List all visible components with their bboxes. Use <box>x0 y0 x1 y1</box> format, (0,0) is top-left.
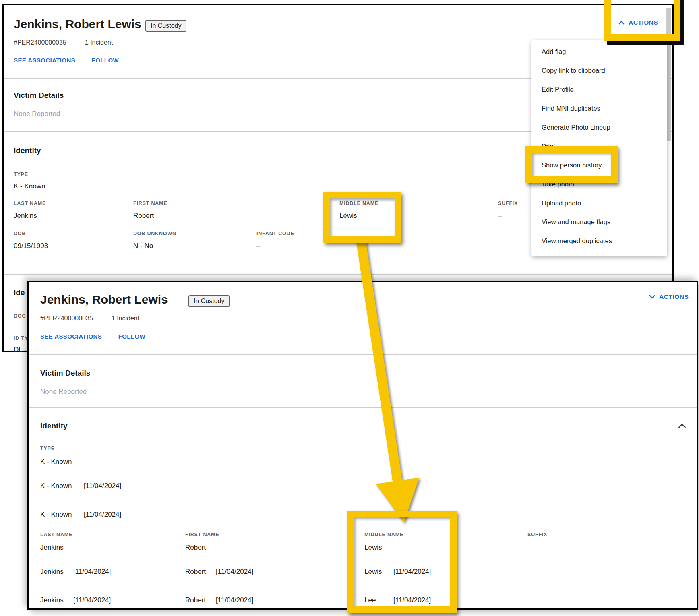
history-date: [11/04/2024] <box>216 568 253 576</box>
type-history-row: K - Known [11/04/2024] <box>40 482 121 490</box>
last-name-label: LAST NAME <box>14 201 46 206</box>
menu-item-add-flag[interactable]: Add flag <box>531 42 667 61</box>
identity-heading: Identity <box>40 422 68 430</box>
record-id: #PER2400000035 <box>40 315 93 322</box>
victim-details-empty: None Reported <box>40 388 87 396</box>
infant-code-label: INFANT CODE <box>256 231 294 236</box>
annotation-box-show-person-history <box>525 146 618 183</box>
last-name-value: Jenkins <box>14 212 37 220</box>
last-name-history-row: Jenkins [11/04/2024] <box>40 596 111 604</box>
see-associations-link[interactable]: SEE ASSOCIATIONS <box>14 57 75 64</box>
menu-item-generate-photo-lineup[interactable]: Generate Photo Lineup <box>531 118 667 137</box>
infant-code-value: – <box>256 242 260 250</box>
annotation-box-middle-name-top <box>323 192 401 243</box>
history-date: [11/04/2024] <box>84 511 121 519</box>
divider <box>29 407 697 408</box>
menu-item-find-mni-duplicates[interactable]: Find MNI duplicates <box>531 99 667 118</box>
first-name-history-row: Robert [11/04/2024] <box>185 596 253 604</box>
history-date: [11/04/2024] <box>73 568 111 576</box>
suffix-value: – <box>498 212 502 220</box>
type-value: K - Known <box>14 182 45 190</box>
identity-heading: Identity <box>14 146 41 155</box>
incident-count: 1 Incident <box>85 39 113 46</box>
first-name-value: Robert <box>133 212 154 220</box>
divider <box>29 354 697 355</box>
incident-count: 1 Incident <box>112 315 139 322</box>
actions-button-label: ACTIONS <box>659 293 689 300</box>
menu-item-view-merged-duplicates[interactable]: View merged duplicates <box>531 232 667 250</box>
type-label: TYPE <box>40 446 55 451</box>
header-links: SEE ASSOCIATIONS FOLLOW <box>14 57 119 64</box>
first-name-label: FIRST NAME <box>185 532 219 537</box>
collapse-section-chevron-up-icon[interactable] <box>678 422 686 430</box>
page-title: Jenkins, Robert Lewis <box>14 17 141 31</box>
type-value: K - Known <box>40 458 72 466</box>
last-name-history-row: Jenkins [11/04/2024] <box>40 568 111 576</box>
identification-heading-clipped: Ide <box>14 288 25 297</box>
follow-link[interactable]: FOLLOW <box>92 57 119 64</box>
document-label-clipped: DOC <box>14 313 26 319</box>
menu-item-edit-profile[interactable]: Edit Profile <box>531 80 667 99</box>
dob-unknown-label: DOB UNKNOWN <box>133 231 176 236</box>
suffix-label: SUFFIX <box>498 201 518 206</box>
victim-details-empty: None Reported <box>14 110 60 118</box>
follow-link[interactable]: FOLLOW <box>118 333 145 340</box>
suffix-value: – <box>527 544 531 552</box>
menu-item-copy-link[interactable]: Copy link to clipboard <box>531 61 667 80</box>
record-id: #PER2400000035 <box>14 39 66 46</box>
first-name-label: FIRST NAME <box>133 201 167 206</box>
history-date: [11/04/2024] <box>73 596 111 604</box>
in-custody-badge: In Custody <box>188 295 230 307</box>
chevron-down-icon <box>649 293 655 300</box>
annotation-box-actions <box>604 0 680 41</box>
annotation-box-middle-name-bottom <box>347 511 457 613</box>
menu-item-view-manage-flags[interactable]: View and manage flags <box>531 213 667 232</box>
header-links: SEE ASSOCIATIONS FOLLOW <box>40 333 145 340</box>
victim-details-heading: Victim Details <box>40 369 90 378</box>
record-meta: #PER24000000351 Incident <box>14 39 113 46</box>
victim-details-heading: Victim Details <box>14 91 64 100</box>
actions-button[interactable]: ACTIONS <box>649 293 689 300</box>
dob-value: 09/15/1993 <box>14 242 48 250</box>
divider <box>4 274 672 275</box>
id-type-value-clipped: DL - <box>14 346 27 354</box>
type-label: TYPE <box>14 172 28 177</box>
suffix-label: SUFFIX <box>527 532 547 537</box>
first-name-value: Robert <box>185 544 206 552</box>
type-history-row: K - Known [11/04/2024] <box>40 511 121 519</box>
see-associations-link[interactable]: SEE ASSOCIATIONS <box>40 333 102 340</box>
in-custody-badge: In Custody <box>145 20 186 32</box>
last-name-value: Jenkins <box>40 544 64 552</box>
dob-label: DOB <box>14 231 26 236</box>
menu-item-upload-photo[interactable]: Upload photo <box>531 194 667 213</box>
last-name-label: LAST NAME <box>40 532 72 537</box>
dob-unknown-value: N - No <box>133 242 153 250</box>
history-date: [11/04/2024] <box>84 482 121 490</box>
first-name-history-row: Robert [11/04/2024] <box>185 568 253 576</box>
page-title: Jenkins, Robert Lewis <box>40 293 168 306</box>
id-type-label-clipped: ID TY <box>14 335 28 341</box>
history-date: [11/04/2024] <box>216 596 253 604</box>
record-meta: #PER24000000351 Incident <box>40 315 139 322</box>
